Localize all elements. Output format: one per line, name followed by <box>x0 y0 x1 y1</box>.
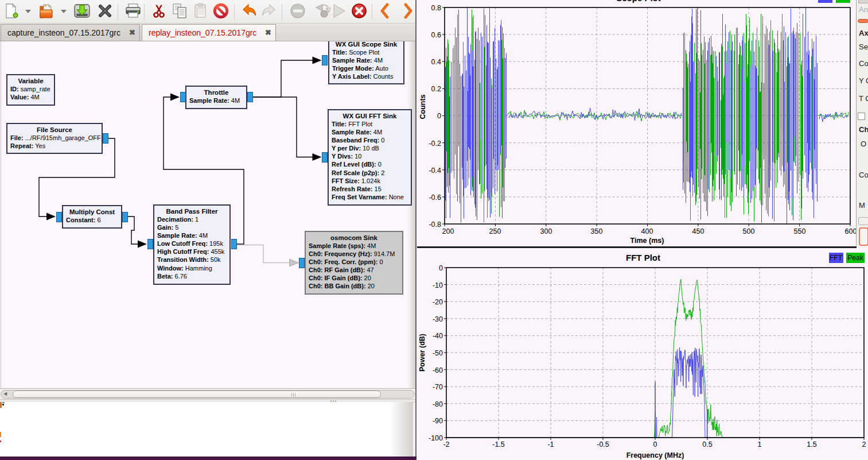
svg-text:-2: -2 <box>443 440 449 449</box>
svg-text:Frequency (MHz): Frequency (MHz) <box>626 451 684 459</box>
svg-text:0.4: 0.4 <box>431 58 441 66</box>
svg-text:300: 300 <box>540 227 552 235</box>
svg-text:-80: -80 <box>433 400 443 408</box>
svg-text:2: 2 <box>862 440 866 449</box>
svg-text:400: 400 <box>641 227 653 235</box>
svg-text:Power (dB): Power (dB) <box>418 334 426 372</box>
svg-text:Time (ms): Time (ms) <box>630 237 664 245</box>
svg-text:600: 600 <box>845 227 857 235</box>
svg-text:250: 250 <box>489 227 501 235</box>
svg-text:350: 350 <box>591 227 603 235</box>
svg-text:0.2: 0.2 <box>431 85 441 93</box>
svg-text:0.5: 0.5 <box>702 440 712 449</box>
svg-text:-90: -90 <box>433 417 443 425</box>
svg-text:Counts: Counts <box>419 94 427 119</box>
svg-text:-0.6: -0.6 <box>429 194 441 202</box>
svg-text:FFT: FFT <box>830 254 843 262</box>
svg-text:Scope Plot: Scope Plot <box>616 0 661 3</box>
svg-text:0: 0 <box>437 112 441 120</box>
svg-text:FFT Plot: FFT Plot <box>626 253 660 262</box>
svg-text:500: 500 <box>743 227 755 235</box>
svg-text:-30: -30 <box>433 315 443 323</box>
svg-text:0: 0 <box>653 440 657 449</box>
svg-text:-60: -60 <box>433 366 443 374</box>
svg-text:-0.4: -0.4 <box>429 167 441 175</box>
svg-text:0: 0 <box>439 264 443 272</box>
svg-text:-0.2: -0.2 <box>429 140 441 148</box>
svg-text:-1.5: -1.5 <box>492 440 505 449</box>
svg-text:-100: -100 <box>429 434 443 442</box>
svg-text:-1: -1 <box>547 440 554 449</box>
svg-text:-40: -40 <box>433 332 443 340</box>
svg-text:0.6: 0.6 <box>431 31 441 39</box>
svg-text:-10: -10 <box>433 281 443 289</box>
svg-text:-0.8: -0.8 <box>429 221 441 229</box>
svg-text:-50: -50 <box>433 349 443 357</box>
svg-text:-20: -20 <box>433 298 443 306</box>
svg-text:450: 450 <box>692 227 704 235</box>
svg-text:550: 550 <box>794 227 806 235</box>
svg-text:Peak: Peak <box>847 254 863 262</box>
svg-text:0.8: 0.8 <box>431 4 441 12</box>
svg-text:1: 1 <box>758 440 762 449</box>
svg-text:-0.5: -0.5 <box>597 440 609 449</box>
svg-text:1.5: 1.5 <box>807 440 816 449</box>
svg-text:-70: -70 <box>433 383 443 391</box>
svg-text:200: 200 <box>442 227 454 235</box>
